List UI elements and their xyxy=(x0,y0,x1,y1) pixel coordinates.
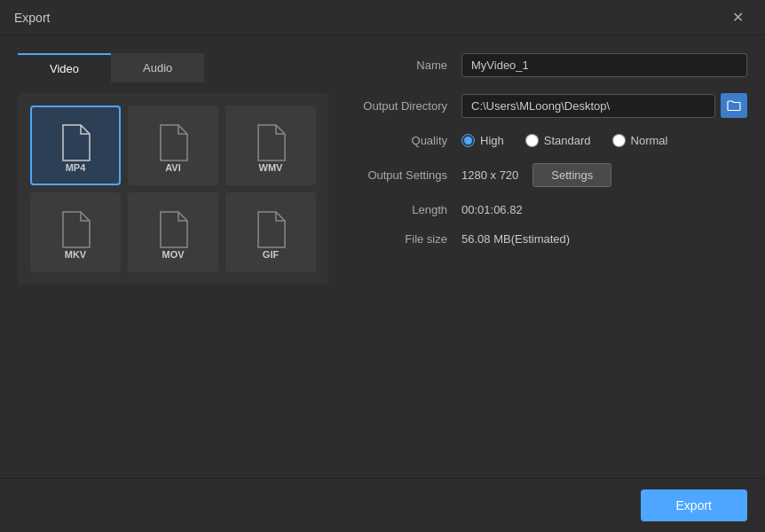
output-settings-label: Output Settings xyxy=(346,168,461,182)
format-avi[interactable]: AVI xyxy=(128,106,218,185)
quality-standard-label: Standard xyxy=(544,134,591,147)
output-dir-input[interactable] xyxy=(461,94,715,118)
name-label: Name xyxy=(346,59,461,72)
file-size-value: 56.08 MB(Estimated) xyxy=(461,232,570,246)
length-row: Length 00:01:06.82 xyxy=(346,203,747,216)
folder-icon xyxy=(727,99,741,112)
export-window: Export ✕ Video Audio MP4 xyxy=(0,0,765,532)
output-settings-row: Output Settings 1280 x 720 Settings xyxy=(346,163,747,187)
right-panel: Name Output Directory Quality xyxy=(346,53,747,460)
format-grid: MP4 AVI WMV xyxy=(18,93,328,285)
output-dir-label: Output Directory xyxy=(346,99,461,113)
tab-audio[interactable]: Audio xyxy=(111,53,204,82)
tab-video[interactable]: Video xyxy=(18,53,111,82)
format-mkv-label: MKV xyxy=(65,249,86,260)
format-mp4-label: MP4 xyxy=(66,162,86,173)
quality-radio-group: High Standard Normal xyxy=(461,134,667,147)
format-wmv-label: WMV xyxy=(259,162,283,173)
quality-normal-label: Normal xyxy=(631,134,668,147)
settings-button[interactable]: Settings xyxy=(532,163,611,187)
quality-high-radio[interactable] xyxy=(461,134,475,147)
output-settings-value: 1280 x 720 xyxy=(461,168,518,182)
format-gif-label: GIF xyxy=(263,249,279,260)
format-mp4[interactable]: MP4 xyxy=(30,106,121,185)
quality-high-label: High xyxy=(480,134,504,147)
quality-normal[interactable]: Normal xyxy=(612,134,668,147)
format-gif[interactable]: GIF xyxy=(225,192,316,272)
folder-browse-button[interactable] xyxy=(721,93,747,118)
format-mov-label: MOV xyxy=(162,249,184,260)
quality-high[interactable]: High xyxy=(461,134,504,147)
quality-standard[interactable]: Standard xyxy=(525,134,591,147)
output-dir-row: Output Directory xyxy=(346,93,747,118)
file-size-row: File size 56.08 MB(Estimated) xyxy=(346,232,747,246)
name-row: Name xyxy=(346,53,747,77)
quality-row: Quality High Standard Normal xyxy=(346,134,747,147)
export-button[interactable]: Export xyxy=(641,489,747,521)
window-title: Export xyxy=(14,11,724,25)
tab-bar: Video Audio xyxy=(18,53,328,82)
main-content: Video Audio MP4 A xyxy=(0,35,765,478)
left-panel: Video Audio MP4 A xyxy=(18,53,328,460)
quality-label: Quality xyxy=(346,134,461,147)
close-button[interactable]: ✕ xyxy=(724,4,751,31)
title-bar: Export ✕ xyxy=(0,0,765,35)
quality-standard-radio[interactable] xyxy=(525,134,539,147)
format-wmv[interactable]: WMV xyxy=(225,106,316,185)
file-size-label: File size xyxy=(346,232,461,246)
format-avi-label: AVI xyxy=(165,162,181,173)
length-label: Length xyxy=(346,203,461,216)
format-mkv[interactable]: MKV xyxy=(30,192,121,272)
format-mov[interactable]: MOV xyxy=(128,192,218,272)
quality-normal-radio[interactable] xyxy=(612,134,626,147)
dir-input-row xyxy=(461,93,747,118)
name-input[interactable] xyxy=(461,53,747,77)
length-value: 00:01:06.82 xyxy=(461,203,523,216)
bottom-bar: Export xyxy=(0,478,765,532)
